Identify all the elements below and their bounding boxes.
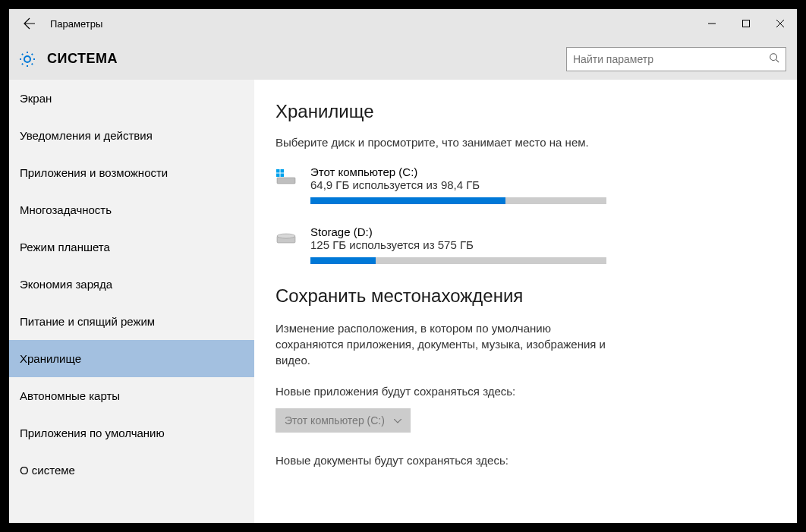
save-locations-description: Изменение расположения, в котором по умо… xyxy=(275,320,609,368)
sidebar: Экран Уведомления и действия Приложения … xyxy=(9,80,254,523)
window-title: Параметры xyxy=(50,18,102,30)
sidebar-item-label: Автономные карты xyxy=(20,389,120,402)
minimize-button[interactable] xyxy=(694,9,729,38)
save-locations-heading: Сохранить местонахождения xyxy=(275,285,776,307)
drive-d[interactable]: Storage (D:) 125 ГБ используется из 575 … xyxy=(275,225,776,264)
sidebar-item-label: Приложения по умолчанию xyxy=(20,427,165,439)
sidebar-item-notifications[interactable]: Уведомления и действия xyxy=(9,117,254,154)
svg-line-3 xyxy=(776,60,779,63)
header-title: СИСТЕМА xyxy=(47,51,118,67)
drive-d-usage: 125 ГБ используется из 575 ГБ xyxy=(310,238,606,251)
maximize-icon xyxy=(742,20,750,27)
svg-rect-1 xyxy=(742,20,749,27)
sidebar-item-label: Режим планшета xyxy=(20,241,110,253)
settings-window: Параметры СИСТЕМА Экран xyxy=(0,0,806,532)
search-icon xyxy=(769,52,779,65)
sidebar-item-multitasking[interactable]: Многозадачность xyxy=(9,191,254,228)
sidebar-item-display[interactable]: Экран xyxy=(9,80,254,117)
drive-c-bar xyxy=(310,197,606,204)
chevron-down-icon xyxy=(394,416,401,425)
drive-d-bar xyxy=(310,257,606,264)
sidebar-item-offline-maps[interactable]: Автономные карты xyxy=(9,377,254,414)
close-icon xyxy=(776,20,784,27)
sidebar-item-about[interactable]: О системе xyxy=(9,452,254,489)
content: Хранилище Выберите диск и просмотрите, ч… xyxy=(254,80,797,523)
apps-save-select[interactable]: Этот компьютер (C:) xyxy=(275,408,411,433)
drive-c-info: Этот компьютер (C:) 64,9 ГБ используется… xyxy=(310,165,606,204)
drive-c-bar-fill xyxy=(310,197,505,204)
sidebar-item-label: Экран xyxy=(20,92,52,105)
drive-system-icon xyxy=(275,167,297,188)
sidebar-item-label: Хранилище xyxy=(20,352,81,365)
drive-d-info: Storage (D:) 125 ГБ используется из 575 … xyxy=(310,225,606,264)
apps-save-label: Новые приложения будут сохраняться здесь… xyxy=(275,385,776,398)
maximize-button[interactable] xyxy=(729,9,763,38)
titlebar: Параметры xyxy=(9,9,797,38)
gear-icon xyxy=(18,50,36,68)
sidebar-item-label: Питание и спящий режим xyxy=(20,315,155,328)
drive-c[interactable]: Этот компьютер (C:) 64,9 ГБ используется… xyxy=(275,165,776,204)
header: СИСТЕМА xyxy=(9,38,797,80)
sidebar-item-tablet-mode[interactable]: Режим планшета xyxy=(9,228,254,266)
svg-rect-4 xyxy=(277,178,295,184)
back-button[interactable] xyxy=(18,12,41,35)
drive-c-name: Этот компьютер (C:) xyxy=(310,165,606,178)
close-button[interactable] xyxy=(763,9,797,38)
minimize-icon xyxy=(708,20,716,27)
svg-point-2 xyxy=(770,54,777,61)
sidebar-item-label: Уведомления и действия xyxy=(20,129,153,142)
window-controls xyxy=(694,9,797,38)
sidebar-item-apps-features[interactable]: Приложения и возможности xyxy=(9,154,254,191)
sidebar-item-storage[interactable]: Хранилище xyxy=(9,340,254,377)
body: Экран Уведомления и действия Приложения … xyxy=(9,80,797,523)
drive-hdd-icon xyxy=(275,227,297,248)
storage-description: Выберите диск и просмотрите, что занимае… xyxy=(275,136,776,149)
arrow-left-icon xyxy=(24,17,36,30)
sidebar-item-label: Многозадачность xyxy=(20,203,112,216)
apps-save-value: Этот компьютер (C:) xyxy=(285,414,385,427)
sidebar-item-label: О системе xyxy=(20,464,75,477)
docs-save-label: Новые документы будут сохраняться здесь: xyxy=(275,454,776,467)
drive-d-bar-fill xyxy=(310,257,376,264)
search-input[interactable] xyxy=(573,53,769,65)
drive-c-usage: 64,9 ГБ используется из 98,4 ГБ xyxy=(310,178,606,191)
sidebar-item-default-apps[interactable]: Приложения по умолчанию xyxy=(9,414,254,452)
storage-heading: Хранилище xyxy=(275,101,776,122)
sidebar-item-label: Приложения и возможности xyxy=(20,166,168,179)
svg-point-9 xyxy=(277,234,295,238)
sidebar-item-battery-saver[interactable]: Экономия заряда xyxy=(9,266,254,303)
search-box[interactable] xyxy=(566,47,786,71)
drive-d-name: Storage (D:) xyxy=(310,225,606,238)
sidebar-item-label: Экономия заряда xyxy=(20,278,112,291)
sidebar-item-power-sleep[interactable]: Питание и спящий режим xyxy=(9,303,254,340)
